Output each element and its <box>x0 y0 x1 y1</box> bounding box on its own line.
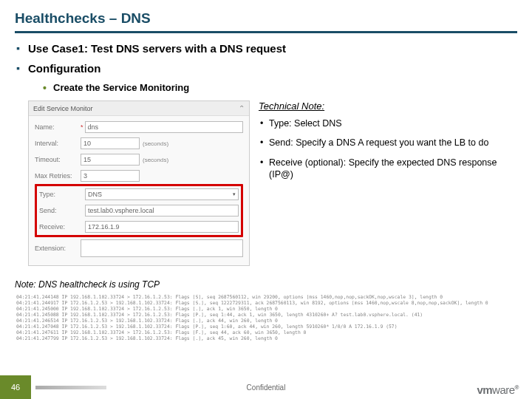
page-number: 46 <box>0 375 31 399</box>
heading-configuration: Configuration Create the Service Monitor… <box>16 62 517 93</box>
form-head: Edit Service Monitor ⌃ <box>29 101 249 116</box>
notes-heading: Technical Note: <box>259 100 517 112</box>
input-extension[interactable] <box>81 239 243 257</box>
logo-vm: vm <box>477 383 492 396</box>
form-title: Edit Service Monitor <box>33 105 93 112</box>
input-interval[interactable]: 10 <box>81 137 140 149</box>
suffix-timeout: (seconds) <box>143 157 168 163</box>
collapse-icon: ⌃ <box>239 104 245 112</box>
registered-icon: ® <box>515 384 519 391</box>
logo-ware: ware <box>492 383 515 396</box>
confidential-label: Confidential <box>247 383 286 392</box>
select-type[interactable]: DNS ▾ <box>85 188 239 200</box>
label-send: Send: <box>39 207 85 214</box>
chevron-down-icon: ▾ <box>233 191 236 197</box>
input-max-retries[interactable]: 3 <box>81 170 140 182</box>
input-receive[interactable]: 172.16.1.9 <box>85 221 239 233</box>
heading-configuration-text: Configuration <box>28 62 100 75</box>
input-timeout[interactable]: 15 <box>81 154 140 166</box>
label-max-retries: Max Retries: <box>35 172 81 180</box>
note-type: Type: Select DNS <box>259 117 517 129</box>
label-interval: Interval: <box>35 140 81 147</box>
label-type: Type: <box>39 191 85 198</box>
select-type-value: DNS <box>88 191 102 198</box>
slide-title: Healthchecks – DNS <box>15 10 517 33</box>
slide-footer: 46 Confidential vmware® <box>0 375 532 399</box>
highlight-box: Type: DNS ▾ Send: test.lab0.vsphere.loca… <box>35 184 243 237</box>
heading-usecase: Use Case1: Test DNS servers with a DNS r… <box>16 42 517 55</box>
label-extension: Extension: <box>35 245 81 252</box>
note-send: Send: Specify a DNS A request you want t… <box>259 137 517 149</box>
subheading-create-monitor: Create the Service Monitoring <box>43 82 517 93</box>
label-name: Name: <box>35 123 81 131</box>
label-receive: Receive: <box>39 223 85 231</box>
note-tcp: Note: DNS healthcheck is using TCP <box>15 279 517 290</box>
required-star-icon: * <box>81 123 83 131</box>
label-timeout: Timeout: <box>35 156 81 163</box>
tcpdump-output: 04:21:41.244148 IP 192.168.1.102.33724 >… <box>15 293 517 343</box>
input-send[interactable]: test.lab0.vsphere.local <box>85 205 239 216</box>
technical-notes: Technical Note: Type: Select DNS Send: S… <box>259 100 517 266</box>
footer-bar-decoration <box>35 386 106 389</box>
suffix-interval: (seconds) <box>143 140 168 147</box>
input-name[interactable]: dns <box>85 121 243 133</box>
vmware-logo: vmware® <box>477 383 519 396</box>
note-receive: Receive (optional): Specify the expected… <box>259 157 517 181</box>
form-screenshot: Edit Service Monitor ⌃ Name: * dns Inter… <box>28 100 250 266</box>
